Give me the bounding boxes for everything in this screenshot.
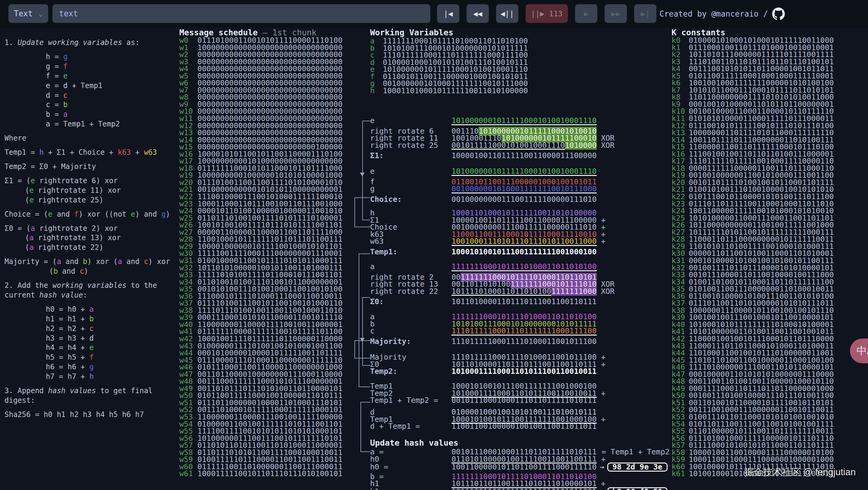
trace-row: d + Temp1 =11001100100000100100110011011…: [370, 423, 702, 430]
trace-row: Majority:1110111110001111010001100101110…: [370, 338, 702, 345]
trace-row: e10100000010111110001010010001110: [370, 168, 702, 175]
trace-row: Temp2:10100011110001101011100110010011: [370, 368, 702, 375]
tree-line: [362, 121, 370, 121]
trace-row: right rotate 221011110100011011010100111…: [370, 288, 702, 295]
arrow-icon: →: [600, 487, 604, 490]
tree-line: [361, 451, 370, 452]
trace-row: right rotate 250010111110001010010001110…: [370, 142, 702, 149]
trace-row: Σ0:10110100001101110111001100110111: [370, 298, 702, 305]
hash-byte-box: b9 96 f5 59: [607, 487, 668, 490]
instruction-line: h3 = h3 + d: [4, 334, 178, 343]
instruction-line: (a rightrotate 22): [4, 243, 178, 253]
credit[interactable]: Created by @manceraio /: [659, 0, 785, 28]
instruction-line: d = c: [4, 91, 178, 100]
instruction-line: f = e: [4, 71, 178, 81]
working-variables-header: Working Variables: [370, 28, 453, 37]
choice-block: e10100000010111110001010010001110f011001…: [370, 168, 702, 203]
trace-row: h0 =10011000001011011001111000111110→98 …: [370, 463, 702, 470]
credit-text: Created by @manceraio /: [659, 9, 768, 19]
instruction-line: (a rightrotate 13) xor: [4, 233, 178, 243]
instruction-line: (e rightrotate 25): [4, 196, 178, 205]
github-icon[interactable]: [772, 7, 785, 20]
tree-line: [354, 340, 355, 358]
tree-line: [354, 197, 355, 227]
tree-line: [354, 358, 370, 358]
tree-line: [359, 254, 359, 386]
instruction-line: a = Temp1 + Temp2: [4, 119, 178, 129]
input-type-select[interactable]: Text ⌄: [8, 4, 48, 23]
fast-forward-button: ▶▶: [604, 4, 627, 23]
tree-line: [354, 197, 370, 198]
tree-line: [354, 227, 370, 227]
trace-row: a =00101110001000111011011111010111= Tem…: [370, 449, 702, 456]
trace-row: h1 =10111001100101101111010101011001→b9 …: [370, 487, 702, 490]
temp2-block: Majority11101111100011110100011001011100…: [370, 354, 702, 375]
chevron-down-icon: ⌄: [39, 10, 43, 18]
instruction-line: Σ1 = (e rightrotate 6) xor: [4, 176, 178, 186]
trace-row: Temp1:10001010010111001111111001000100: [370, 248, 702, 256]
instruction-line: c = b: [4, 100, 178, 110]
trace-row: Temp1 + Temp2 =0010111000100011101101111…: [370, 397, 702, 404]
tree-line: [362, 121, 363, 220]
message-input[interactable]: text: [53, 4, 430, 23]
watermark: 掘金技术社区 @ fengjutian: [744, 466, 856, 479]
trace-row: h10001101000101111110011010100000: [370, 209, 702, 217]
rewind-button[interactable]: ◀◀: [467, 4, 489, 23]
schedule-row: w6110001111100101101110111010100101: [179, 470, 343, 477]
instruction-line: Majority = (a and b) xor (a and c) xor: [4, 257, 178, 267]
d-temp1-sum-block: d01000010001001010100111010010111Temp110…: [370, 408, 702, 430]
message-input-value: text: [59, 9, 78, 18]
tree-line: [362, 297, 363, 365]
trace-row: c11101111100011101111111000111100: [370, 327, 702, 335]
trace-row: h001101010000010011110011001100111+: [370, 456, 702, 463]
trace-row: e10100000010111110001010010001110: [370, 117, 702, 124]
tree-line: [359, 254, 370, 254]
update-hash-header: Update hash values: [370, 438, 702, 449]
instruction-line: h2 = h2 + c: [4, 324, 178, 334]
select-value: Text: [14, 9, 33, 18]
trace-row: Majority11101111100011110100011001011100…: [370, 354, 702, 361]
instruction-line: Temp1 = h + Σ1 + Choice + k63 + w63: [4, 148, 178, 157]
sigma0-block: a11111110001011110100011011010100right r…: [370, 263, 702, 305]
k-constants-list: k001000010100010100010111110011000k10111…: [672, 37, 834, 477]
trace-row: g00100000010100011111110010111000: [370, 185, 702, 193]
instruction-line: h1 = h1 + b: [4, 314, 178, 324]
tree-line: [354, 340, 370, 341]
step-back-button[interactable]: ◀||: [496, 4, 518, 23]
trace-row: a11111110001011110100011011010100: [370, 263, 702, 270]
instruction-line: h6 = h6 + g: [4, 363, 178, 372]
trace-row: w6310010001110101110111010110011000+: [370, 238, 702, 245]
translate-badge[interactable]: 中A: [850, 339, 868, 363]
majority-block: a11111110001011110100011011010100b101010…: [370, 313, 702, 345]
sigma1-block: e10100000010111110001010010001110right r…: [370, 117, 702, 159]
update-hash-block: Update hash values a =001011100010001110…: [370, 438, 702, 490]
sha256-visualizer: Text ⌄ text |◀◀◀◀||||▶ 113▶▶▶▶| Created …: [0, 0, 868, 490]
instruction-line: e = d + Temp1: [4, 81, 178, 91]
trace-row: a11111110001011110100011011010100: [370, 313, 702, 320]
tree-line: [362, 365, 370, 366]
instruction-line: b = a: [4, 110, 178, 119]
tree-arrow: [360, 338, 365, 342]
instruction-line: 3. Append hash values to get final: [4, 386, 178, 396]
temp1-block: h10001101000101111110011010100000Σ110000…: [370, 209, 702, 255]
trace-row: Temp110001010010111001111111001000100: [370, 382, 702, 390]
trace-row: d01000010001001010100111010010111: [370, 408, 702, 416]
trace-row: Choice:00100000000111001111100000111010: [370, 196, 702, 203]
working-variable-row: h10001101000101111110011010100000: [370, 87, 528, 94]
instruction-line: h = g: [4, 52, 178, 62]
instruction-line: (b and c): [4, 267, 178, 277]
instruction-line: Temp2 = Σ0 + Majority: [4, 162, 178, 172]
message-schedule-list: w001110100011001010111100001110100w11000…: [179, 37, 343, 477]
instruction-line: digest:: [4, 396, 178, 405]
hash-byte-box: 98 2d 9e 3e: [607, 463, 668, 471]
temp1-temp2-sum-block: Temp110001010010111001111111001000100Tem…: [370, 382, 702, 404]
instruction-line: h0 = h0 + a: [4, 305, 178, 314]
trace-row: right rotate 111001000111010100000010111…: [370, 135, 702, 142]
tree-line: [359, 386, 370, 387]
skip-start-button[interactable]: |◀: [437, 4, 459, 23]
pause-button[interactable]: ||▶ 113: [526, 4, 568, 23]
instruction-line: Where: [4, 134, 178, 143]
tree-arrow: [360, 173, 365, 176]
skip-end-button: ▶|: [634, 4, 656, 23]
trace-row: h110111011011001111010111010000101+: [370, 480, 702, 487]
